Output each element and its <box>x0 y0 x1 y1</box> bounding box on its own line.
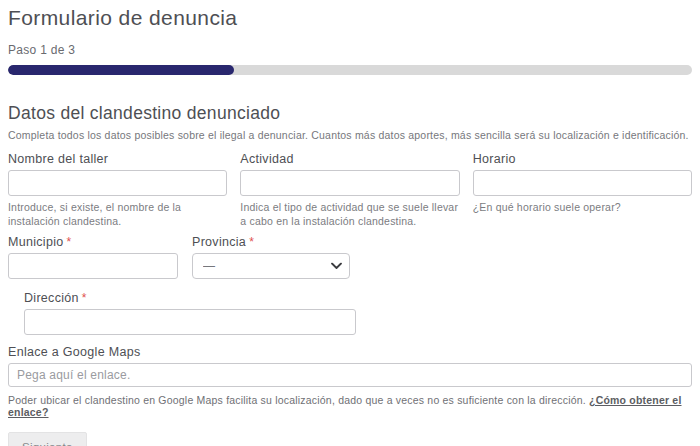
progress-bar <box>8 65 692 75</box>
provincia-required-marker: * <box>249 235 254 249</box>
form-row-2: Municipio* Provincia* — <box>8 235 692 279</box>
municipio-label-text: Municipio <box>8 235 64 249</box>
enlace-input[interactable] <box>8 363 692 387</box>
progress-fill <box>8 65 234 75</box>
actividad-input[interactable] <box>240 170 459 196</box>
page-title: Formulario de denuncia <box>8 4 692 31</box>
field-horario: Horario ¿En qué horario suele operar? <box>473 152 692 228</box>
horario-label: Horario <box>473 152 692 166</box>
provincia-label-text: Provincia <box>192 235 246 249</box>
next-button[interactable]: Siguiente <box>8 432 87 446</box>
direccion-label: Dirección* <box>24 291 356 305</box>
horario-input[interactable] <box>473 170 692 196</box>
field-enlace-google-maps: Enlace a Google Maps Poder ubicar el cla… <box>8 345 692 418</box>
actividad-label: Actividad <box>240 152 459 166</box>
municipio-required-marker: * <box>67 235 72 249</box>
nombre-taller-input[interactable] <box>8 170 227 196</box>
field-direccion: Dirección* <box>24 291 356 335</box>
field-provincia: Provincia* — <box>192 235 350 279</box>
direccion-label-text: Dirección <box>24 291 79 305</box>
provincia-select[interactable]: — <box>192 253 350 279</box>
actividad-helper: Indica el tipo de actividad que se suele… <box>240 201 459 228</box>
section-heading: Datos del clandestino denunciado <box>8 103 692 124</box>
section-description: Completa todos los datos posibles sobre … <box>8 129 692 141</box>
provincia-label: Provincia* <box>192 235 350 249</box>
form-row-1: Nombre del taller Introduce, si existe, … <box>8 152 692 228</box>
municipio-label: Municipio* <box>8 235 178 249</box>
field-actividad: Actividad Indica el tipo de actividad qu… <box>240 152 459 228</box>
enlace-helper: Poder ubicar el clandestino en Google Ma… <box>8 394 692 418</box>
municipio-input[interactable] <box>8 253 178 279</box>
enlace-helper-text: Poder ubicar el clandestino en Google Ma… <box>8 394 586 406</box>
field-municipio: Municipio* <box>8 235 178 279</box>
provincia-select-wrap: — <box>192 253 350 279</box>
nombre-taller-helper: Introduce, si existe, el nombre de la in… <box>8 201 227 228</box>
direccion-required-marker: * <box>82 291 87 305</box>
enlace-label: Enlace a Google Maps <box>8 345 692 359</box>
horario-helper: ¿En qué horario suele operar? <box>473 201 692 215</box>
step-indicator: Paso 1 de 3 <box>8 43 692 57</box>
nombre-taller-label: Nombre del taller <box>8 152 227 166</box>
direccion-input[interactable] <box>24 309 356 335</box>
field-nombre-taller: Nombre del taller Introduce, si existe, … <box>8 152 227 228</box>
